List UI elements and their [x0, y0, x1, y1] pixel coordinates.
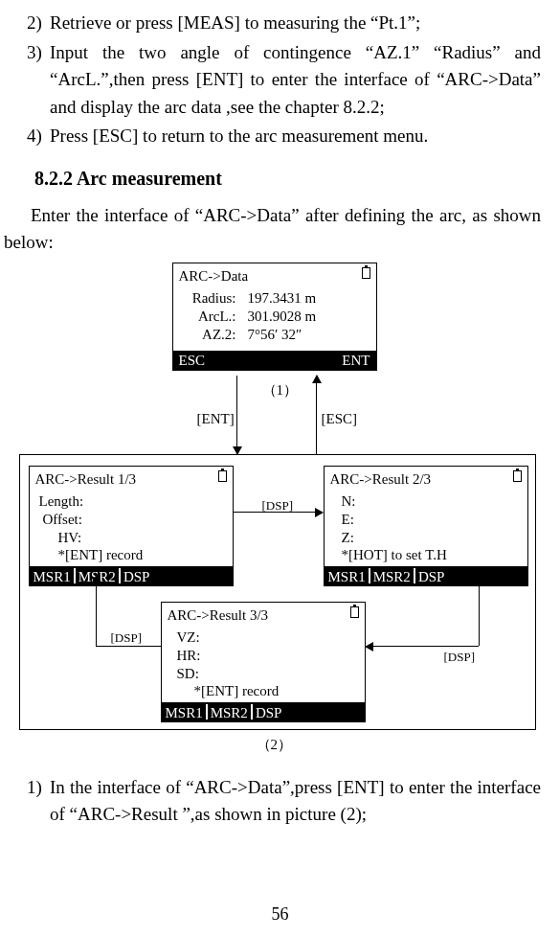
list-number: 1) — [13, 774, 50, 829]
list-text: Retrieve or press [MEAS] to measuring th… — [50, 10, 541, 37]
screen-footer: MSR1 MSR2 DSP — [162, 702, 365, 721]
ent-button[interactable]: ENT — [336, 350, 375, 372]
screen-title: ARC->Result 2/3 — [325, 467, 527, 492]
esc-label: [ESC] — [322, 408, 358, 430]
field-label: Z: — [334, 529, 522, 547]
screen-title: ARC->Result 3/3 — [162, 603, 365, 628]
field-value: 7°56′ 32″ — [242, 326, 370, 344]
title-text: ARC->Result 2/3 — [330, 471, 432, 487]
screen-arc-data: ARC->Data Radius:197.3431 m ArcL.:301.90… — [172, 263, 377, 372]
list-item-2: 2) Retrieve or press [MEAS] to measuring… — [13, 10, 541, 37]
screen-body: N: E: Z: *[HOT] to set T.H — [325, 491, 527, 566]
field-label: VZ: — [171, 628, 359, 647]
screen-body: Radius:197.3431 m ArcL.:301.9028 m AZ.2:… — [173, 288, 376, 351]
screen-footer: MSR1 MSR2 DSP — [325, 566, 527, 585]
dsp-button[interactable]: DSP — [120, 566, 154, 585]
field-value: 197.3431 m — [242, 289, 370, 308]
caption-2: （2） — [257, 734, 293, 756]
field-value: 301.9028 m — [242, 308, 370, 326]
screen-body: Length: Offset: HV: *[ENT] record — [30, 491, 233, 566]
field-label: SD: — [171, 665, 359, 683]
esc-button[interactable]: ESC — [173, 350, 212, 372]
battery-icon — [218, 470, 227, 482]
msr1-button[interactable]: MSR1 — [325, 566, 370, 585]
screen-title: ARC->Data — [173, 263, 376, 289]
screen-body: VZ: HR: SD: *[ENT] record — [162, 628, 365, 702]
screen-result-3: ARC->Result 3/3 VZ: HR: SD: *[ENT] recor… — [161, 602, 366, 723]
dsp-button[interactable]: DSP — [414, 566, 449, 585]
title-text: ARC->Data — [179, 268, 249, 284]
field-label: Offset: — [39, 511, 227, 529]
field-label: Length: — [39, 492, 227, 511]
msr1-button[interactable]: MSR1 — [162, 702, 207, 721]
field-label: Radius: — [183, 289, 242, 308]
title-text: ARC->Result 3/3 — [168, 607, 269, 623]
list-number: 2) — [13, 10, 50, 37]
field-label: E: — [334, 511, 522, 529]
list-number: 4) — [13, 123, 50, 150]
screen-note: *[ENT] record — [171, 682, 359, 700]
list-item-4: 4) Press [ESC] to return to the arc meas… — [13, 123, 541, 150]
dsp-button[interactable]: DSP — [252, 702, 286, 721]
section-heading: 8.2.2 Arc measurement — [34, 164, 541, 193]
intro-paragraph: Enter the interface of “ARC->Data” after… — [4, 202, 541, 257]
msr2-button[interactable]: MSR2 — [207, 702, 252, 721]
title-text: ARC->Result 1/3 — [35, 471, 137, 487]
screen-title: ARC->Result 1/3 — [30, 467, 233, 492]
field-label: ArcL.: — [183, 308, 242, 326]
screen-note: *[ENT] record — [39, 546, 227, 564]
field-label: HV: — [39, 529, 227, 547]
field-label: HR: — [171, 647, 359, 665]
list-text: Press [ESC] to return to the arc measure… — [50, 123, 541, 150]
list-text: Input the two angle of contingence “AZ.1… — [50, 39, 541, 122]
caption-1: （1） — [262, 379, 299, 401]
screen-footer: ESC ENT — [173, 351, 376, 370]
field-label: N: — [334, 492, 522, 511]
dsp-label: [DSP] — [111, 628, 143, 648]
list-item-3: 3) Input the two angle of contingence “A… — [13, 39, 541, 122]
screen-result-2: ARC->Result 2/3 N: E: Z: *[HOT] to set T… — [324, 466, 528, 587]
screen-note: *[HOT] to set T.H — [334, 546, 522, 564]
screen-footer: MSR1 MSR2 DSP — [30, 566, 233, 585]
msr1-button[interactable]: MSR1 — [30, 566, 75, 585]
ent-label: [ENT] — [197, 408, 235, 430]
msr2-button[interactable]: MSR2 — [370, 566, 414, 585]
battery-icon — [513, 470, 522, 482]
flow-diagram: ARC->Data Radius:197.3431 m ArcL.:301.90… — [19, 263, 536, 770]
list-text: In the interface of “ARC->Data”,press [E… — [50, 774, 541, 829]
field-label: AZ.2: — [183, 326, 242, 344]
dsp-label: [DSP] — [262, 496, 294, 515]
dsp-label: [DSP] — [444, 648, 476, 667]
battery-icon — [362, 267, 370, 279]
page-number: 56 — [0, 902, 560, 927]
screen-result-1: ARC->Result 1/3 Length: Offset: HV: *[EN… — [29, 466, 234, 587]
list-item-post-1: 1) In the interface of “ARC->Data”,press… — [13, 774, 541, 829]
list-number: 3) — [13, 39, 50, 122]
battery-icon — [350, 606, 359, 618]
